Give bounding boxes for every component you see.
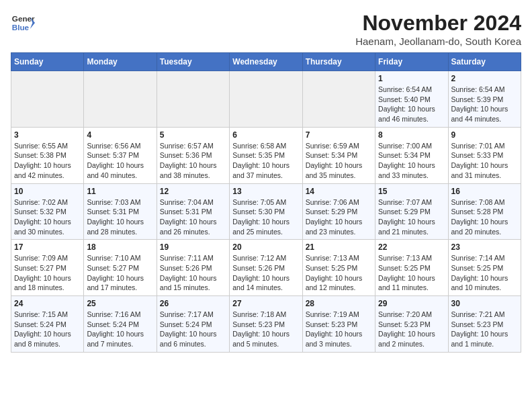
day-number: 29 — [378, 299, 445, 308]
weekday-header: Wednesday — [230, 53, 302, 71]
calendar-day-cell: 9Sunrise: 7:01 AM Sunset: 5:33 PM Daylig… — [448, 127, 521, 183]
weekday-header: Thursday — [302, 53, 375, 71]
calendar-day-cell: 5Sunrise: 6:57 AM Sunset: 5:36 PM Daylig… — [157, 127, 229, 183]
day-info: Sunrise: 6:54 AM Sunset: 5:40 PM Dayligh… — [378, 85, 445, 124]
calendar-day-cell: 7Sunrise: 6:59 AM Sunset: 5:34 PM Daylig… — [302, 127, 375, 183]
day-info: Sunrise: 6:58 AM Sunset: 5:35 PM Dayligh… — [232, 141, 299, 181]
calendar-week-row: 17Sunrise: 7:09 AM Sunset: 5:27 PM Dayli… — [11, 240, 521, 296]
calendar-day-cell: 10Sunrise: 7:02 AM Sunset: 5:32 PM Dayli… — [11, 183, 84, 240]
day-number: 9 — [451, 130, 518, 140]
calendar-day-cell — [11, 71, 84, 128]
day-info: Sunrise: 7:14 AM Sunset: 5:25 PM Dayligh… — [451, 253, 518, 293]
day-number: 15 — [378, 187, 445, 196]
day-info: Sunrise: 7:03 AM Sunset: 5:31 PM Dayligh… — [87, 197, 153, 237]
weekday-header: Sunday — [11, 53, 84, 71]
day-number: 19 — [160, 242, 226, 252]
weekday-header: Monday — [84, 53, 157, 71]
day-info: Sunrise: 7:20 AM Sunset: 5:23 PM Dayligh… — [378, 310, 445, 349]
day-info: Sunrise: 7:08 AM Sunset: 5:28 PM Dayligh… — [451, 197, 518, 237]
calendar-day-cell: 3Sunrise: 6:55 AM Sunset: 5:38 PM Daylig… — [11, 127, 84, 183]
day-info: Sunrise: 7:01 AM Sunset: 5:33 PM Dayligh… — [451, 141, 518, 181]
day-number: 25 — [87, 299, 153, 308]
calendar-day-cell: 6Sunrise: 6:58 AM Sunset: 5:35 PM Daylig… — [230, 127, 302, 183]
calendar-day-cell: 17Sunrise: 7:09 AM Sunset: 5:27 PM Dayli… — [11, 240, 84, 296]
day-number: 3 — [14, 130, 81, 140]
calendar-day-cell: 15Sunrise: 7:07 AM Sunset: 5:29 PM Dayli… — [375, 183, 448, 240]
calendar-day-cell: 14Sunrise: 7:06 AM Sunset: 5:29 PM Dayli… — [302, 183, 375, 240]
calendar-day-cell — [157, 71, 229, 128]
weekday-header: Saturday — [448, 53, 521, 71]
day-info: Sunrise: 7:06 AM Sunset: 5:29 PM Dayligh… — [306, 197, 372, 237]
day-number: 8 — [378, 130, 445, 140]
calendar-day-cell: 13Sunrise: 7:05 AM Sunset: 5:30 PM Dayli… — [230, 183, 302, 240]
calendar-day-cell — [84, 71, 157, 128]
logo-icon: General Blue — [11, 11, 35, 35]
day-number: 17 — [14, 242, 81, 252]
day-info: Sunrise: 6:54 AM Sunset: 5:39 PM Dayligh… — [451, 85, 518, 124]
calendar-day-cell: 12Sunrise: 7:04 AM Sunset: 5:31 PM Dayli… — [157, 183, 229, 240]
day-info: Sunrise: 7:16 AM Sunset: 5:24 PM Dayligh… — [87, 310, 153, 349]
page-header: General Blue November 2024 Haenam, Jeoll… — [11, 11, 521, 47]
page-title: November 2024 — [355, 11, 521, 36]
day-info: Sunrise: 6:56 AM Sunset: 5:37 PM Dayligh… — [87, 141, 153, 181]
day-number: 18 — [87, 242, 153, 252]
calendar-day-cell: 26Sunrise: 7:17 AM Sunset: 5:24 PM Dayli… — [157, 296, 229, 353]
day-info: Sunrise: 7:19 AM Sunset: 5:23 PM Dayligh… — [306, 310, 372, 349]
day-number: 23 — [451, 242, 518, 252]
calendar-day-cell: 25Sunrise: 7:16 AM Sunset: 5:24 PM Dayli… — [84, 296, 157, 353]
day-number: 14 — [306, 187, 372, 196]
title-block: November 2024 Haenam, Jeollanam-do, Sout… — [355, 11, 521, 47]
day-number: 21 — [306, 242, 372, 252]
day-number: 16 — [451, 187, 518, 196]
day-number: 20 — [232, 242, 299, 252]
day-number: 2 — [451, 74, 518, 83]
calendar-day-cell: 8Sunrise: 7:00 AM Sunset: 5:34 PM Daylig… — [375, 127, 448, 183]
calendar-day-cell: 19Sunrise: 7:11 AM Sunset: 5:26 PM Dayli… — [157, 240, 229, 296]
day-info: Sunrise: 7:05 AM Sunset: 5:30 PM Dayligh… — [232, 197, 299, 237]
day-info: Sunrise: 7:18 AM Sunset: 5:23 PM Dayligh… — [232, 310, 299, 349]
day-info: Sunrise: 7:21 AM Sunset: 5:23 PM Dayligh… — [451, 310, 518, 349]
day-number: 24 — [14, 299, 81, 308]
day-info: Sunrise: 7:04 AM Sunset: 5:31 PM Dayligh… — [160, 197, 226, 237]
day-info: Sunrise: 7:02 AM Sunset: 5:32 PM Dayligh… — [14, 197, 81, 237]
calendar-day-cell: 21Sunrise: 7:13 AM Sunset: 5:25 PM Dayli… — [302, 240, 375, 296]
calendar-day-cell: 29Sunrise: 7:20 AM Sunset: 5:23 PM Dayli… — [375, 296, 448, 353]
day-number: 10 — [14, 187, 81, 196]
calendar-day-cell: 30Sunrise: 7:21 AM Sunset: 5:23 PM Dayli… — [448, 296, 521, 353]
calendar-header-row: SundayMondayTuesdayWednesdayThursdayFrid… — [11, 53, 521, 71]
calendar-day-cell: 16Sunrise: 7:08 AM Sunset: 5:28 PM Dayli… — [448, 183, 521, 240]
weekday-header: Friday — [375, 53, 448, 71]
svg-text:Blue: Blue — [12, 23, 30, 32]
day-info: Sunrise: 7:12 AM Sunset: 5:26 PM Dayligh… — [232, 253, 299, 293]
day-number: 27 — [232, 299, 299, 308]
day-info: Sunrise: 7:10 AM Sunset: 5:27 PM Dayligh… — [87, 253, 153, 293]
day-info: Sunrise: 7:00 AM Sunset: 5:34 PM Dayligh… — [378, 141, 445, 181]
calendar-day-cell: 11Sunrise: 7:03 AM Sunset: 5:31 PM Dayli… — [84, 183, 157, 240]
day-number: 1 — [378, 74, 445, 83]
calendar-day-cell: 28Sunrise: 7:19 AM Sunset: 5:23 PM Dayli… — [302, 296, 375, 353]
day-number: 22 — [378, 242, 445, 252]
day-number: 6 — [232, 130, 299, 140]
day-info: Sunrise: 7:17 AM Sunset: 5:24 PM Dayligh… — [160, 310, 226, 349]
calendar-day-cell — [230, 71, 302, 128]
day-info: Sunrise: 7:07 AM Sunset: 5:29 PM Dayligh… — [378, 197, 445, 237]
calendar-day-cell: 22Sunrise: 7:13 AM Sunset: 5:25 PM Dayli… — [375, 240, 448, 296]
calendar-week-row: 10Sunrise: 7:02 AM Sunset: 5:32 PM Dayli… — [11, 183, 521, 240]
page-subtitle: Haenam, Jeollanam-do, South Korea — [355, 36, 521, 47]
day-info: Sunrise: 7:13 AM Sunset: 5:25 PM Dayligh… — [306, 253, 372, 293]
day-number: 11 — [87, 187, 153, 196]
day-number: 5 — [160, 130, 226, 140]
calendar-table: SundayMondayTuesdayWednesdayThursdayFrid… — [11, 52, 521, 353]
day-info: Sunrise: 7:15 AM Sunset: 5:24 PM Dayligh… — [14, 310, 81, 349]
day-info: Sunrise: 6:55 AM Sunset: 5:38 PM Dayligh… — [14, 141, 81, 181]
day-info: Sunrise: 7:11 AM Sunset: 5:26 PM Dayligh… — [160, 253, 226, 293]
calendar-day-cell — [302, 71, 375, 128]
day-info: Sunrise: 6:59 AM Sunset: 5:34 PM Dayligh… — [306, 141, 372, 181]
day-info: Sunrise: 7:13 AM Sunset: 5:25 PM Dayligh… — [378, 253, 445, 293]
calendar-week-row: 3Sunrise: 6:55 AM Sunset: 5:38 PM Daylig… — [11, 127, 521, 183]
calendar-day-cell: 2Sunrise: 6:54 AM Sunset: 5:39 PM Daylig… — [448, 71, 521, 128]
day-number: 4 — [87, 130, 153, 140]
calendar-day-cell: 1Sunrise: 6:54 AM Sunset: 5:40 PM Daylig… — [375, 71, 448, 128]
day-info: Sunrise: 6:57 AM Sunset: 5:36 PM Dayligh… — [160, 141, 226, 181]
calendar-day-cell: 23Sunrise: 7:14 AM Sunset: 5:25 PM Dayli… — [448, 240, 521, 296]
